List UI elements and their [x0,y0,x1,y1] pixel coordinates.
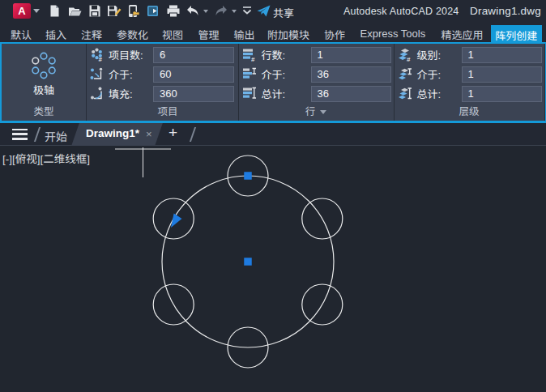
title-bar: A [0,0,546,21]
items-count-label: 项目数: [109,47,143,62]
panel-label-rows[interactable]: 行 [239,103,394,118]
ribbon-tab-addins[interactable]: 附加模块 [267,27,309,42]
file-tab-separator [34,127,41,142]
redo-icon[interactable] [213,4,228,18]
row-between-icon [242,67,257,81]
open-file-icon[interactable] [67,4,83,18]
row-between-field[interactable]: 36 [311,66,392,83]
undo-icon[interactable] [186,4,201,18]
redo-dropdown-caret[interactable] [232,10,237,13]
items-count-field[interactable]: 6 [153,47,234,64]
row-between-label: 介于: [262,66,286,82]
item-count-icon: # [90,48,104,62]
level-count-icon: # [398,48,412,62]
polar-button-label: 极轴 [2,82,86,97]
row-total-field[interactable]: 36 [311,86,392,103]
menu-hamburger-icon[interactable] [12,129,28,141]
fill-angle-field[interactable]: 360 [153,86,234,103]
level-total-field[interactable]: 1 [462,86,543,103]
fill-angle-icon [90,87,104,100]
angle-between-icon [90,67,104,81]
rows-panel-dropdown-icon [320,110,326,114]
viewport-controls[interactable]: [-][俯视][二维线框] [2,150,90,166]
level-between-field[interactable]: 1 [462,66,543,83]
grip-square[interactable] [244,258,252,266]
save-as-icon[interactable] [107,4,122,18]
row-total-icon [242,87,257,100]
file-tab-drawing1[interactable]: Drawing1* × [75,123,159,146]
panel-label-items: 项目 [92,103,243,118]
autocad-logo[interactable]: A [13,3,31,19]
ribbon-tab-insert[interactable]: 插入 [45,27,66,42]
fill-angle-label: 填充: [109,86,133,101]
document-title: Drawing1.dwg [470,5,541,17]
logo-dropdown-caret[interactable] [33,9,40,13]
ribbon-tab-row: 默认 插入 注释 参数化 视图 管理 输出 附加模块 协作 Express To… [0,21,546,42]
row-count-field[interactable]: 1 [311,47,392,64]
share-icon[interactable] [257,5,271,18]
file-tab-separator [190,127,196,142]
new-file-icon[interactable] [48,4,62,18]
panel-levels: # 级别: 1 介于: 1 总计: 1 层级 [395,44,544,121]
ribbon-tab-featured-apps[interactable]: 精选应用 [441,27,484,42]
row-total-label: 总计: [262,86,286,101]
polar-array-icon [29,51,58,80]
ribbon-tab-view[interactable]: 视图 [162,27,183,42]
row-count-label: 行数: [262,47,286,62]
items-between-label: 介于: [109,66,133,82]
svg-text:#: # [251,56,255,62]
drawing-canvas[interactable]: [-][俯视][二维线框] [0,147,546,392]
level-count-field[interactable]: 1 [462,47,543,64]
ribbon-tab-express-tools[interactable]: Express Tools [360,28,426,40]
file-tab-start[interactable]: 开始 [45,128,67,144]
array-type-polar-button[interactable]: 极轴 [2,44,86,102]
ribbon-array-contextual: 极轴 类型 # 项目数: 6 [0,42,546,123]
share-button[interactable]: 共享 [273,5,294,20]
ribbon-tab-output[interactable]: 输出 [234,27,255,42]
panel-label-type: 类型 [2,103,86,118]
level-count-label: 级别: [417,47,441,62]
undo-dropdown-caret[interactable] [203,10,208,13]
new-drawing-tab-button[interactable]: + [168,124,177,142]
ribbon-tab-annotate[interactable]: 注释 [81,27,102,42]
ribbon-tab-parametric[interactable]: 参数化 [117,27,148,42]
panel-type: 极轴 类型 [2,44,86,121]
grip-arrow[interactable] [171,214,182,228]
grip-square[interactable] [244,172,252,180]
panel-rows: # 行数: 1 介于: 36 总计: 36 行 [239,44,394,121]
panel-items: # 项目数: 6 介于: 60 [87,44,237,121]
items-between-field[interactable]: 60 [153,66,234,83]
file-tab-bar: 开始 Drawing1* × + [0,123,546,146]
plot-icon[interactable] [166,4,181,18]
save-icon[interactable] [88,4,101,18]
level-between-icon [398,67,412,81]
close-tab-icon[interactable]: × [146,128,152,140]
level-between-label: 介于: [417,66,441,82]
ribbon-tab-collaborate[interactable]: 协作 [324,27,345,42]
ribbon-tab-default[interactable]: 默认 [11,27,32,42]
polar-array-drawing [0,147,546,392]
save-web-mobile-icon[interactable] [147,4,160,18]
panel-label-levels: 层级 [395,103,544,118]
app-title: Autodesk AutoCAD 2024 [343,6,459,17]
svg-text:#: # [99,56,103,62]
level-total-icon [398,87,412,100]
level-total-label: 总计: [417,86,441,101]
svg-text:#: # [407,56,411,62]
qat-customize-icon[interactable] [242,6,252,15]
ribbon-tab-manage[interactable]: 管理 [198,27,220,42]
ribbon-tab-array-creation[interactable]: 阵列创建 [491,25,542,42]
panel-separator [544,44,545,121]
row-count-icon: # [242,48,257,62]
open-web-mobile-icon[interactable] [126,4,140,18]
